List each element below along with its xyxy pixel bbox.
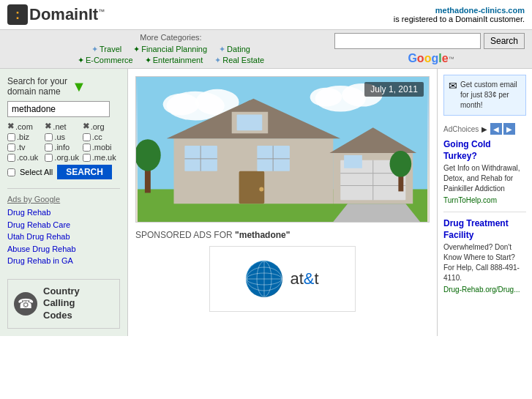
ad-nav-prev-button[interactable]: ◀ (490, 123, 502, 135)
logo-icon: : (7, 4, 28, 25)
tld-mobi-checkbox[interactable] (83, 143, 91, 152)
ads-by-google-link[interactable]: Ads by Google (7, 195, 60, 204)
domain-search-title: Search for your domain name ▼ (7, 76, 120, 97)
nav-row-2: ✦E-Commerce ✦Entertainment ✦Real Estate (78, 56, 264, 65)
registered-text: is registered to a DomainIt customer. (394, 15, 525, 23)
divider (443, 212, 526, 212)
ad-link-3[interactable]: Utah Drug Rehab (7, 231, 120, 243)
nav-item-ecommerce[interactable]: ✦E-Commerce (78, 56, 133, 65)
domain-search-input[interactable] (7, 101, 110, 117)
right-sidebar: ✉ Get custom email for just 83¢ per mont… (437, 69, 532, 336)
ad-link-4[interactable]: Abuse Drug Rehab (7, 243, 120, 256)
nav-bar: More Categories: ✦Travel ✦Financial Plan… (0, 30, 532, 69)
select-all-label: Select All (20, 168, 53, 176)
tld-biz[interactable]: .biz (7, 133, 45, 141)
sponsored-label: SPONSORED ADS FOR "methadone" (135, 230, 430, 240)
att-brand-text: at&t (290, 269, 318, 288)
logo[interactable]: : DomainIt™ (7, 4, 105, 25)
tld-us-checkbox[interactable] (45, 133, 53, 141)
header-registered: methadone-clinics.com is registered to a… (394, 6, 525, 23)
tld-couk[interactable]: .co.uk (7, 153, 45, 162)
att-advertisement[interactable]: at&t (209, 246, 356, 312)
main-house-image (135, 76, 430, 223)
ad-navigation: ◀ ▶ (490, 123, 515, 135)
ad-link-2[interactable]: Drug Rehab Care (7, 219, 120, 231)
house-illustration (136, 77, 429, 222)
left-sidebar: Search for your domain name ▼ ✖ .com ✖ .… (0, 69, 128, 336)
nav-item-travel[interactable]: ✦Travel (91, 45, 121, 54)
ad-choices-icon: ▶ (482, 125, 487, 133)
tld-meuk[interactable]: .me.uk (83, 153, 120, 162)
right-ad-1-title[interactable]: Going Cold Turkey? (443, 139, 526, 162)
logo-text: DomainIt™ (29, 5, 105, 24)
att-globe-icon (246, 261, 282, 297)
svg-point-31 (390, 151, 412, 177)
main-image-container: July 1, 2011 (135, 76, 430, 223)
tld-orguk[interactable]: .org.uk (45, 153, 82, 162)
google-search-row: Search (334, 33, 525, 49)
tld-info[interactable]: .info (45, 143, 82, 152)
main-layout: Search for your domain name ▼ ✖ .com ✖ .… (0, 69, 532, 336)
google-logo-row: Google ™ (405, 52, 454, 65)
tld-cc-checkbox[interactable] (83, 133, 91, 141)
tld-meuk-checkbox[interactable] (83, 154, 91, 162)
right-ad-1: Going Cold Turkey? Get Info on Withdrawa… (443, 139, 526, 204)
header: : DomainIt™ methadone-clinics.com is reg… (0, 0, 532, 30)
date-badge: July 1, 2011 (364, 82, 424, 97)
att-logo: at&t (246, 261, 318, 297)
tld-com: ✖ .com (7, 122, 45, 131)
green-arrow-icon: ▼ (72, 78, 86, 95)
right-ad-2: Drug Treatment Facility Overwhelmed? Don… (443, 218, 526, 294)
right-ad-2-body: Overwhelmed? Don't Know Where to Start? … (443, 242, 526, 283)
svg-point-6 (310, 88, 342, 107)
google-search-button[interactable]: Search (484, 33, 525, 49)
svg-marker-32 (333, 204, 420, 222)
right-ad-2-title[interactable]: Drug Treatment Facility (443, 218, 526, 241)
tld-tv[interactable]: .tv (7, 143, 45, 152)
right-ad-1-body: Get Info on Withdrawal, Detox, and Rehab… (443, 163, 526, 194)
tld-us[interactable]: .us (45, 133, 82, 141)
tld-biz-checkbox[interactable] (7, 133, 15, 141)
domain-search-box: Search for your domain name ▼ ✖ .com ✖ .… (7, 76, 120, 179)
select-all-row: Select All SEARCH (7, 165, 120, 179)
right-ad-1-url: TurnToHelp.com (443, 196, 526, 204)
google-logo: Google (408, 52, 448, 65)
svg-rect-22 (237, 114, 263, 130)
right-ad-2-url: Drug-Rehab.org/Drug... (443, 286, 526, 294)
registered-domain: methadone-clinics.com (394, 6, 525, 15)
country-codes-widget[interactable]: ☎ Country Calling Codes (7, 279, 120, 329)
ad-choices-bar: AdChoices ▶ ◀ ▶ (443, 123, 526, 135)
tld-cc[interactable]: .cc (83, 133, 120, 141)
domain-search-button[interactable]: SEARCH (57, 165, 112, 179)
tld-mobi[interactable]: .mobi (83, 143, 120, 152)
tld-tv-checkbox[interactable] (7, 143, 15, 152)
phone-icon: ☎ (14, 292, 37, 316)
tld-orguk-checkbox[interactable] (45, 154, 53, 162)
tld-net: ✖ .net (45, 122, 82, 131)
nav-item-entertainment[interactable]: ✦Entertainment (145, 56, 203, 65)
center-content: July 1, 2011 SPONSORED ADS FOR "methadon… (128, 69, 437, 336)
tld-info-checkbox[interactable] (45, 143, 53, 152)
ads-by-google: Ads by Google Drug Rehab Drug Rehab Care… (7, 188, 120, 267)
google-search-input[interactable] (334, 33, 481, 49)
tld-org: ✖ .org (83, 122, 120, 131)
ads-by-google-title: Ads by Google (7, 195, 120, 204)
nav-row: ✦Travel ✦Financial Planning ✦Dating (91, 45, 250, 54)
country-codes-text: Country Calling Codes (43, 286, 80, 323)
tld-couk-checkbox[interactable] (7, 154, 15, 162)
svg-point-3 (163, 94, 200, 116)
nav-links: More Categories: ✦Travel ✦Financial Plan… (7, 33, 334, 65)
select-all-checkbox[interactable] (7, 168, 15, 176)
nav-item-realestate[interactable]: ✦Real Estate (214, 56, 264, 65)
tld-grid: ✖ .com ✖ .net ✖ .org .biz . (7, 122, 120, 162)
nav-item-dating[interactable]: ✦Dating (219, 45, 250, 54)
ad-link-5[interactable]: Drug Rehab in GA (7, 255, 120, 267)
ad-link-1[interactable]: Drug Rehab (7, 206, 120, 219)
google-tm: ™ (449, 56, 454, 62)
ad-nav-next-button[interactable]: ▶ (503, 123, 515, 135)
more-categories-label: More Categories: (140, 33, 201, 42)
email-promo-banner[interactable]: ✉ Get custom email for just 83¢ per mont… (443, 75, 526, 116)
nav-item-financial[interactable]: ✦Financial Planning (133, 45, 207, 54)
email-promo-text: Get custom email for just 83¢ per month! (460, 80, 521, 111)
ad-choices-label: AdChoices (443, 125, 479, 133)
